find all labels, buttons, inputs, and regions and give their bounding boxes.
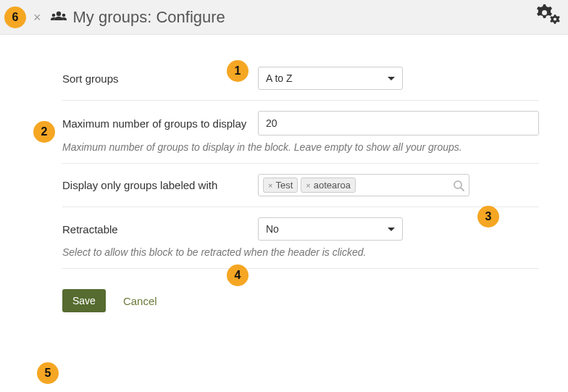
retractable-help: Select to allow this block to be retract… [62,245,539,269]
callout-5: 5 [37,362,59,384]
callout-6: 6 [4,7,26,28]
row-retractable: Retractable No [62,207,539,245]
callout-1: 1 [227,60,248,82]
row-labeled-with: Display only groups labeled with × Test … [62,164,539,207]
max-groups-help: Maximum number of groups to display in t… [62,140,539,164]
dialog-header: × My groups: Configure [0,0,568,35]
search-icon[interactable] [453,180,464,191]
sort-groups-value: A to Z [266,72,293,84]
labeled-with-input[interactable]: × Test × aotearoa [258,174,469,196]
tag-item[interactable]: × Test [263,178,298,193]
svg-point-1 [51,13,55,17]
form-actions: Save Cancel [62,289,539,312]
svg-line-6 [461,188,464,191]
chevron-down-icon [388,77,395,80]
retractable-label: Retractable [62,223,258,235]
save-button[interactable]: Save [62,289,106,312]
groups-icon [50,10,67,25]
form-content: Sort groups A to Z Maximum number of gro… [0,35,568,320]
row-sort-groups: Sort groups A to Z [62,57,539,101]
settings-gears-icon[interactable] [536,4,561,29]
svg-point-0 [56,11,60,15]
callout-4: 4 [227,264,248,286]
retractable-select[interactable]: No [258,217,403,241]
max-groups-label: Maximum number of groups to display [62,117,258,130]
cancel-button[interactable]: Cancel [119,294,162,308]
close-icon[interactable]: × [33,11,41,24]
max-groups-input[interactable] [258,111,539,135]
dialog-title: My groups: Configure [73,8,225,27]
chevron-down-icon [388,228,395,231]
svg-point-3 [542,10,547,15]
tag-label: aotearoa [314,180,351,191]
callout-2: 2 [33,121,55,143]
tag-remove-icon[interactable]: × [268,181,272,190]
tag-label: Test [275,180,293,191]
callout-3: 3 [477,206,499,228]
tag-remove-icon[interactable]: × [306,181,310,190]
svg-point-4 [554,17,556,20]
tag-item[interactable]: × aotearoa [301,178,356,193]
svg-point-2 [62,13,65,17]
sort-groups-select[interactable]: A to Z [258,67,403,90]
labeled-with-label: Display only groups labeled with [62,179,258,191]
retractable-value: No [266,223,279,235]
row-max-groups: Maximum number of groups to display [62,101,539,140]
